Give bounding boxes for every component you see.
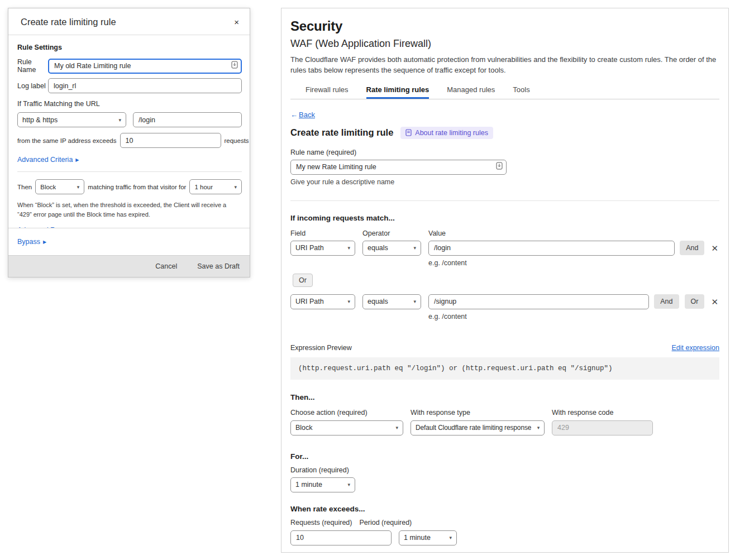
chevron-down-icon: ▾ xyxy=(347,245,350,251)
row-actions: And ✕ xyxy=(680,241,719,255)
rule-name-input[interactable] xyxy=(48,59,242,74)
bypass-section: Bypass ▶ xyxy=(8,228,250,255)
security-waf-panel: Security WAF (Web Application Firewall) … xyxy=(281,8,729,553)
field-select[interactable]: URI Path ▾ xyxy=(290,294,355,309)
chevron-right-icon: ▶ xyxy=(75,157,79,162)
rule-name-input-wrap xyxy=(48,59,242,74)
response-type-select[interactable]: Default Cloudflare rate limiting respons… xyxy=(411,420,545,435)
threshold-row: from the same IP address exceeds request… xyxy=(17,133,242,148)
block-duration-select[interactable]: 1 hour ▾ xyxy=(189,179,242,194)
chevron-down-icon: ▾ xyxy=(537,425,540,430)
rate-heading: When rate exceeds... xyxy=(290,505,719,513)
value-input-wrap xyxy=(428,294,649,309)
row-actions: And Or ✕ xyxy=(654,294,719,309)
edit-expression-link[interactable]: Edit expression xyxy=(672,344,719,352)
advanced-criteria-link[interactable]: Advanced Criteria ▶ xyxy=(17,156,79,164)
log-label-input-wrap xyxy=(48,78,242,93)
log-label-row: Log label xyxy=(17,78,242,93)
page-description: The Cloudflare WAF provides both automat… xyxy=(290,55,719,76)
rate-column-labels: Requests (required) Period (required) xyxy=(290,519,719,527)
expression-preview-label: Expression Preview xyxy=(290,344,352,352)
chevron-down-icon: ▾ xyxy=(347,482,350,487)
then-label: Then xyxy=(17,184,32,190)
cancel-button[interactable]: Cancel xyxy=(155,262,177,270)
and-button[interactable]: And xyxy=(654,294,679,309)
then-heading: Then... xyxy=(290,393,719,401)
duration-label: Duration (required) xyxy=(290,466,719,474)
exceeds-suffix-text: requests per xyxy=(225,137,250,144)
modal-body: Rule Settings Rule Name Log label If Tra… xyxy=(8,35,250,228)
or-button[interactable]: Or xyxy=(685,294,705,309)
about-rate-limiting-badge[interactable]: About rate limiting rules xyxy=(400,127,493,139)
choose-action-select[interactable]: Block ▾ xyxy=(290,420,403,435)
field-select[interactable]: URI Path ▾ xyxy=(290,241,355,256)
block-note: When “Block” is set, when the threshold … xyxy=(17,200,242,219)
action-select[interactable]: Block ▾ xyxy=(35,179,84,194)
rule-name-input[interactable] xyxy=(290,160,507,175)
url-input[interactable] xyxy=(133,112,242,127)
back-arrow-icon: ← xyxy=(290,111,298,119)
close-icon[interactable]: × xyxy=(234,17,239,27)
condition-column-labels: Field Operator Value xyxy=(290,229,719,237)
chevron-down-icon: ▾ xyxy=(449,535,452,540)
value-input[interactable] xyxy=(428,241,675,256)
period-select[interactable]: 1 minute ▾ xyxy=(399,530,457,545)
operator-select[interactable]: equals ▾ xyxy=(362,294,421,309)
rule-name-label: Rule name (required) xyxy=(290,149,719,156)
then-row: Then Block ▾ matching traffic from that … xyxy=(17,179,242,194)
chevron-down-icon: ▾ xyxy=(347,299,350,304)
rule-name-input-wrap xyxy=(290,160,507,175)
remove-condition-icon[interactable]: ✕ xyxy=(710,244,719,252)
scheme-select[interactable]: http & https ▾ xyxy=(17,112,126,127)
then-column-labels: Choose action (required) With response t… xyxy=(290,409,719,417)
paste-icon xyxy=(496,162,503,172)
then-suffix-text: matching traffic from that visitor for xyxy=(88,184,186,190)
page-title: Security xyxy=(290,18,719,34)
value-input[interactable] xyxy=(428,294,649,309)
chevron-right-icon: ▶ xyxy=(43,240,46,245)
modal-footer: Cancel Save as Draft xyxy=(8,255,250,277)
chevron-down-icon: ▾ xyxy=(413,245,416,251)
operator-select[interactable]: equals ▾ xyxy=(362,241,421,256)
requests-input[interactable] xyxy=(290,530,392,545)
modal-divider xyxy=(17,171,242,172)
tab-tools[interactable]: Tools xyxy=(513,85,529,99)
condition-row: URI Path ▾ equals ▾ And ✕ xyxy=(290,241,719,256)
chevron-down-icon: ▾ xyxy=(118,117,121,123)
exceeds-prefix-text: from the same IP address exceeds xyxy=(17,137,117,144)
remove-condition-icon[interactable]: ✕ xyxy=(710,298,719,306)
scheme-row: http & https ▾ xyxy=(17,112,242,127)
back-link[interactable]: ← Back xyxy=(290,111,315,119)
rule-name-row: Rule Name xyxy=(17,58,242,74)
section-divider xyxy=(290,200,719,201)
form-heading: Create rate limiting rule xyxy=(290,127,393,138)
value-example-help: e.g. /content xyxy=(428,259,719,267)
save-as-draft-button[interactable]: Save as Draft xyxy=(197,262,240,270)
condition-row: URI Path ▾ equals ▾ And Or ✕ xyxy=(290,294,719,309)
log-label-label: Log label xyxy=(17,82,48,90)
chevron-down-icon: ▾ xyxy=(395,425,398,430)
modal-header: Create rate limiting rule × xyxy=(8,8,250,35)
match-heading: If incoming requests match... xyxy=(290,214,719,222)
rule-settings-heading: Rule Settings xyxy=(17,44,242,51)
tab-rate-limiting-rules[interactable]: Rate limiting rules xyxy=(366,85,429,99)
rule-name-help: Give your rule a descriptive name xyxy=(290,178,719,186)
tab-firewall-rules[interactable]: Firewall rules xyxy=(306,85,349,99)
value-input-wrap xyxy=(428,241,675,256)
bypass-link[interactable]: Bypass ▶ xyxy=(17,238,46,246)
log-label-input[interactable] xyxy=(48,78,242,93)
expression-preview: (http.request.uri.path eq "/login") or (… xyxy=(290,357,719,380)
chevron-down-icon: ▾ xyxy=(77,184,80,190)
traffic-match-label: If Traffic Matching the URL xyxy=(17,100,242,108)
requests-input[interactable] xyxy=(120,133,221,148)
waf-tabs: Firewall rules Rate limiting rules Manag… xyxy=(290,85,719,99)
and-button[interactable]: And xyxy=(680,241,704,255)
duration-select[interactable]: 1 minute ▾ xyxy=(290,477,355,492)
chevron-down-icon: ▾ xyxy=(413,299,416,304)
page-subtitle: WAF (Web Application Firewall) xyxy=(290,38,719,50)
modal-title: Create rate limiting rule xyxy=(21,17,116,27)
tab-managed-rules[interactable]: Managed rules xyxy=(447,85,495,99)
then-controls-row: Block ▾ Default Cloudflare rate limiting… xyxy=(290,420,719,435)
chevron-down-icon: ▾ xyxy=(234,184,237,190)
or-connector-button[interactable]: Or xyxy=(293,274,313,287)
